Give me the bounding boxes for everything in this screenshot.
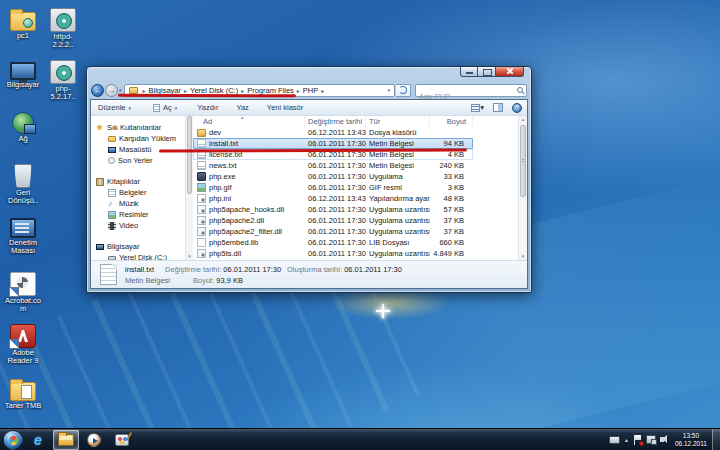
desktop-icon-computer[interactable]: Bilgisayar (3, 60, 43, 89)
breadcrumb-separator-icon[interactable]: ▸ (241, 87, 244, 94)
organize-menu-button[interactable]: Düzenle▾ (94, 101, 135, 115)
scroll-down-icon[interactable]: ▼ (186, 254, 193, 259)
column-headers: ▴ Ad Değiştirme tarihi Tür Boyut (193, 116, 518, 127)
show-hidden-icons-button[interactable]: ▲ (624, 437, 629, 443)
desktop-icon-taner-folder[interactable]: Taner TMB (3, 378, 43, 410)
preview-pane-button[interactable] (493, 103, 503, 112)
scrollbar-thumb[interactable] (187, 116, 192, 194)
file-row[interactable]: php5embed.lib06.01.2011 17:30LIB Dosyası… (193, 237, 473, 248)
breadcrumb-separator-icon[interactable]: ▸ (321, 87, 324, 94)
forward-button[interactable]: → (105, 84, 118, 97)
taskbar-clock[interactable]: 13:50 06.12.2011 (670, 432, 712, 448)
network-tray-icon[interactable] (646, 435, 656, 444)
sidebar-item-video[interactable]: Video (91, 220, 185, 231)
print-button[interactable]: Yazdır (193, 101, 222, 115)
sidebar-group-computer[interactable]: Bilgisayar (91, 241, 185, 252)
file-type: Uygulama (366, 172, 430, 181)
file-row[interactable]: php5apache_hooks.dll06.01.2011 17:30Uygu… (193, 204, 473, 215)
open-menu-button[interactable]: Aç▾ (149, 101, 181, 115)
breadcrumb-segment[interactable]: PHP (303, 86, 318, 95)
file-row[interactable]: php5apache2_filter.dll06.01.2011 17:30Uy… (193, 226, 473, 237)
organize-label: Düzenle (98, 103, 126, 112)
file-type: Metin Belgesi (366, 139, 430, 148)
sidebar-item-local-disk-c[interactable]: Yerel Disk (C:) (91, 252, 185, 260)
show-desktop-button[interactable] (712, 429, 720, 450)
minimize-button[interactable] (460, 67, 478, 77)
desktop-icon-control-panel[interactable]: Denetim Masası (3, 218, 43, 255)
sidebar-item-documents[interactable]: Belgeler (91, 187, 185, 198)
maximize-button[interactable] (478, 67, 496, 77)
file-row[interactable]: news.txt06.01.2011 17:30Metin Belgesi240… (193, 160, 473, 171)
media-player-icon (87, 433, 101, 447)
sidebar-group-libraries[interactable]: Kitaplıklar (91, 176, 185, 187)
size-value: 93,9 KB (216, 276, 243, 285)
scroll-up-icon[interactable]: ▲ (519, 117, 527, 122)
keyboard-layout-icon[interactable] (609, 436, 620, 444)
file-row[interactable]: php.ini06.12.2011 13:43Yapılandırma ayar… (193, 193, 473, 204)
column-header-size[interactable]: Boyut (430, 116, 473, 127)
help-icon: ? (515, 104, 519, 111)
file-date: 06.12.2011 13:43 (305, 128, 366, 137)
sidebar-group-favorites[interactable]: ★Sık Kullanılanlar (91, 122, 185, 133)
recent-pages-dropdown-icon[interactable]: ▾ (119, 87, 122, 93)
desktop-icon-pc1[interactable]: pc1 (3, 8, 43, 40)
address-history-dropdown-icon[interactable]: ▾ (385, 87, 392, 93)
details-file-name: install.txt (125, 264, 170, 275)
file-name: php.exe (209, 172, 305, 181)
breadcrumb-segment[interactable]: Program Files (247, 86, 294, 95)
file-row[interactable]: php5apache2.dll06.01.2011 17:30Uygulama … (193, 215, 473, 226)
star-icon: ★ (96, 124, 104, 132)
column-header-date-modified[interactable]: Değiştirme tarihi (305, 116, 366, 127)
start-button[interactable] (3, 430, 23, 450)
application-icon (197, 172, 206, 181)
file-date: 06.01.2011 17:30 (305, 216, 366, 225)
close-button[interactable] (496, 67, 524, 77)
desktop-icon-adobe-reader[interactable]: Adobe Reader 9 (3, 324, 43, 365)
sidebar-item-recent-places[interactable]: Son Yerler (91, 155, 185, 166)
file-size: 660 KB (430, 238, 470, 247)
file-row[interactable]: php.gif06.01.2011 17:30GIF resmi3 KB (193, 182, 473, 193)
desktop-icon-php-installer[interactable]: php-5.2.17.. (43, 60, 83, 101)
desktop-icon-httpd-installer[interactable]: httpd-2.2.2.. (43, 8, 83, 49)
sidebar-scrollbar[interactable]: ▼ (185, 116, 193, 260)
sidebar-item-pictures[interactable]: Resimler (91, 209, 185, 220)
column-header-type[interactable]: Tür (366, 116, 430, 127)
breadcrumb-separator-icon[interactable]: ▸ (297, 87, 300, 94)
title-bar[interactable] (87, 67, 531, 82)
breadcrumb-separator-icon[interactable]: ▸ (184, 87, 187, 94)
column-header-name[interactable]: Ad (193, 116, 305, 127)
back-button[interactable]: ← (91, 84, 104, 97)
file-type: Metin Belgesi (366, 150, 430, 159)
file-row[interactable]: php5ts.dll06.01.2011 17:30Uygulama uzant… (193, 248, 473, 259)
scroll-down-icon[interactable]: ▼ (519, 254, 527, 259)
burn-button[interactable]: Yaz (232, 101, 252, 115)
file-row[interactable]: php.exe06.01.2011 17:30Uygulama33 KB (193, 171, 473, 182)
taskbar-explorer-button[interactable] (53, 430, 79, 450)
sidebar-item-label: Son Yerler (118, 156, 153, 165)
sidebar-item-downloads[interactable]: Karşıdan Yüklem (91, 133, 185, 144)
desktop-icon-recycle-bin[interactable]: Geri Dönüşü.. (3, 164, 43, 205)
change-view-button[interactable]: ▾ (471, 103, 484, 112)
search-box[interactable] (415, 84, 527, 97)
taskbar-paint-button[interactable] (109, 430, 135, 450)
action-center-flag-icon[interactable] (634, 435, 642, 445)
file-row-selected[interactable]: install.txt06.01.2011 17:30Metin Belgesi… (193, 138, 473, 149)
sidebar-item-music[interactable]: ♪Müzik (91, 198, 185, 209)
file-list-scrollbar[interactable]: ▲ ▼ (518, 116, 527, 260)
scrollbar-thumb[interactable] (520, 125, 526, 197)
clock-date: 06.12.2011 (675, 440, 707, 448)
video-icon (108, 222, 116, 230)
volume-icon[interactable] (660, 437, 664, 442)
taskbar-internet-explorer-button[interactable]: e (25, 430, 51, 450)
new-folder-button[interactable]: Yeni klasör (263, 101, 307, 115)
taskbar-media-player-button[interactable] (81, 430, 107, 450)
refresh-button[interactable] (396, 84, 411, 97)
help-button[interactable]: ? (512, 103, 522, 113)
desktop-icon-acrobat-com[interactable]: Acrobat.com (3, 272, 43, 313)
desktop-icon-network[interactable]: Ağ (3, 112, 43, 143)
file-type: Uygulama uzantısı (366, 227, 430, 236)
file-type: GIF resmi (366, 183, 430, 192)
recycle-bin-icon (14, 164, 32, 188)
file-row[interactable]: dev06.12.2011 13:43Dosya klasörü (193, 127, 473, 138)
file-date: 06.01.2011 17:30 (305, 205, 366, 214)
